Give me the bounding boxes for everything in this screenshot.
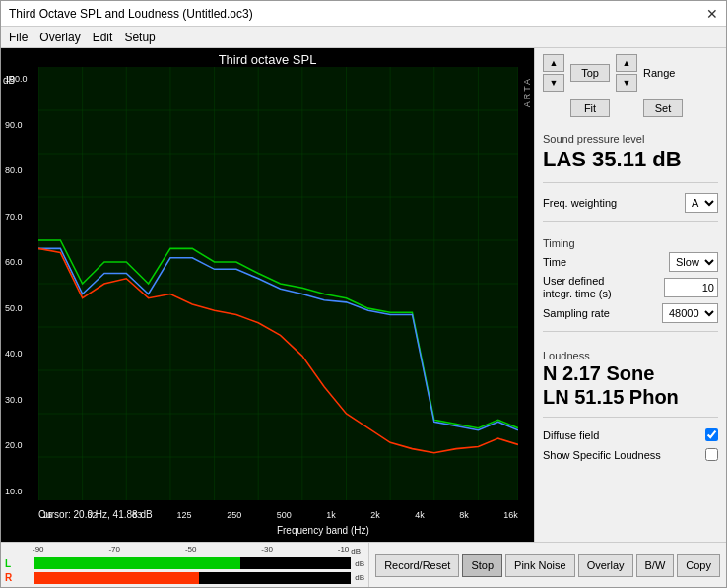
- bw-button[interactable]: B/W: [636, 554, 675, 577]
- show-specific-checkbox[interactable]: [705, 448, 718, 461]
- stop-button[interactable]: Stop: [462, 554, 502, 577]
- spl-value: LAS 35.11 dB: [543, 147, 718, 172]
- y-label-50: 50.0: [5, 304, 28, 313]
- l-channel-row: L dB: [5, 556, 364, 571]
- l-db-label: dB: [355, 559, 364, 568]
- range-label: Range: [643, 67, 675, 79]
- diffuse-field-label: Diffuse field: [543, 429, 599, 441]
- top-up-btn[interactable]: ▲: [543, 54, 564, 72]
- y-axis-label: dB: [3, 75, 15, 86]
- chart-svg: [38, 67, 518, 500]
- y-label-90: 90.0: [5, 121, 28, 130]
- spl-section: Sound pressure level LAS 35.11 dB: [543, 129, 718, 174]
- sampling-label: Sampling rate: [543, 307, 610, 319]
- n-value: N 2.17 Sone: [543, 361, 718, 385]
- tick-30: -30: [261, 545, 273, 554]
- diffuse-field-checkbox[interactable]: [705, 428, 718, 441]
- r-channel-row: R dB: [5, 571, 364, 586]
- tick-90: -90: [33, 545, 44, 554]
- y-label-20: 20.0: [5, 441, 28, 450]
- l-label: L: [5, 558, 33, 569]
- r-db-label: dB: [355, 573, 364, 582]
- action-buttons: Record/Reset Stop Pink Noise Overlay B/W…: [368, 543, 726, 587]
- y-label-40: 40.0: [5, 350, 28, 359]
- top-col: ▲ ▼: [543, 54, 564, 92]
- dbfs-scale: -90 -70 -50 -30 -10 dB: [5, 545, 364, 556]
- y-label-10: 10.0: [5, 488, 28, 496]
- copy-button[interactable]: Copy: [677, 554, 720, 577]
- sampling-rate-row: Sampling rate 48000 44100: [543, 303, 718, 323]
- close-button[interactable]: ✕: [706, 7, 718, 21]
- nav-controls: ▲ ▼ Top ▲ ▼ Range: [543, 54, 718, 92]
- x-label-2k: 2k: [370, 510, 380, 520]
- l-meter-fill: [34, 557, 240, 569]
- l-meter: [34, 557, 351, 569]
- x-label-4k: 4k: [415, 510, 425, 520]
- x-label-16k: 16k: [503, 510, 518, 520]
- user-defined-input[interactable]: 10: [664, 278, 718, 297]
- main-content: Third octave SPL dB 100.0 90.0 80.0 70.0…: [1, 48, 726, 542]
- x-label-250: 250: [227, 510, 241, 520]
- chart-title: Third octave SPL: [1, 48, 534, 67]
- x-label-8k: 8k: [459, 510, 469, 520]
- menu-setup[interactable]: Setup: [124, 31, 155, 44]
- user-defined-label: User defined integr. time (s): [543, 275, 631, 300]
- main-window: Third Octave SPL and Loudness (Untitled.…: [0, 0, 727, 588]
- show-specific-row: Show Specific Loudness: [543, 448, 718, 461]
- title-bar: Third Octave SPL and Loudness (Untitled.…: [1, 1, 726, 27]
- ln-value: LN 51.15 Phon: [543, 385, 718, 409]
- x-label-500: 500: [277, 510, 292, 520]
- sampling-select[interactable]: 48000 44100: [662, 303, 718, 323]
- y-axis-labels: 100.0 90.0 80.0 70.0 60.0 50.0 40.0 30.0…: [5, 71, 28, 500]
- user-defined-row: User defined integr. time (s) 10: [543, 275, 718, 300]
- diffuse-field-row: Diffuse field: [543, 428, 718, 441]
- chart-canvas: dB 100.0 90.0 80.0 70.0 60.0 50.0 40.0 3…: [1, 67, 534, 542]
- pink-noise-button[interactable]: Pink Noise: [505, 554, 575, 577]
- dbfs-scale-bar: -90 -70 -50 -30 -10: [33, 545, 349, 556]
- bottom-bar: -90 -70 -50 -30 -10 dB L dB R: [1, 542, 726, 587]
- show-specific-label: Show Specific Loudness: [543, 449, 661, 461]
- loudness-label: Loudness: [543, 350, 718, 361]
- menu-file[interactable]: File: [9, 31, 28, 44]
- fit-controls: Fit Set: [543, 99, 718, 117]
- fit-button[interactable]: Fit: [570, 99, 610, 117]
- freq-weighting-row: Freq. weighting A C Z: [543, 193, 718, 213]
- top-button[interactable]: Top: [570, 64, 610, 82]
- loudness-section: Loudness N 2.17 Sone LN 51.15 Phon: [543, 346, 718, 409]
- y-label-80: 80.0: [5, 166, 28, 175]
- chart-area: Third octave SPL dB 100.0 90.0 80.0 70.0…: [1, 48, 534, 542]
- timing-label: Timing: [543, 237, 718, 249]
- set-button[interactable]: Set: [643, 99, 683, 117]
- window-title: Third Octave SPL and Loudness (Untitled.…: [9, 7, 253, 21]
- frequency-band-label: Frequency band (Hz): [277, 525, 369, 536]
- overlay-button[interactable]: Overlay: [578, 554, 633, 577]
- dbfs-section: -90 -70 -50 -30 -10 dB L dB R: [1, 543, 368, 587]
- time-select[interactable]: Slow Fast: [669, 252, 718, 272]
- y-label-70: 70.0: [5, 213, 28, 222]
- tick-50: -50: [185, 545, 197, 554]
- tick-70: -70: [108, 545, 120, 554]
- timing-section: Timing Time Slow Fast User defined integ…: [543, 233, 718, 323]
- y-label-60: 60.0: [5, 258, 28, 267]
- cursor-info: Cursor: 20.0 Hz, 41.88 dB: [38, 509, 153, 520]
- record-reset-button[interactable]: Record/Reset: [375, 554, 459, 577]
- r-meter-fill: [34, 572, 199, 584]
- tick-10: -10: [338, 545, 350, 554]
- time-label: Time: [543, 256, 566, 268]
- r-label: R: [5, 572, 33, 583]
- range-down-btn[interactable]: ▼: [616, 74, 637, 92]
- menu-overlay[interactable]: Overlay: [39, 31, 80, 44]
- range-col: ▲ ▼: [616, 54, 637, 92]
- scale-ticks: -90 -70 -50 -30 -10: [33, 545, 349, 554]
- arta-label: ARTA: [522, 77, 532, 107]
- y-label-30: 30.0: [5, 396, 28, 405]
- time-row: Time Slow Fast: [543, 252, 718, 272]
- menu-edit[interactable]: Edit: [93, 31, 113, 44]
- r-meter: [34, 572, 351, 584]
- range-up-btn[interactable]: ▲: [616, 54, 637, 72]
- freq-weighting-label: Freq. weighting: [543, 197, 617, 209]
- right-panel: ▲ ▼ Top ▲ ▼ Range Fit Set Sound pressure…: [534, 48, 726, 542]
- x-label-1k: 1k: [326, 510, 336, 520]
- freq-weighting-select[interactable]: A C Z: [685, 193, 718, 213]
- top-down-btn[interactable]: ▼: [543, 74, 564, 92]
